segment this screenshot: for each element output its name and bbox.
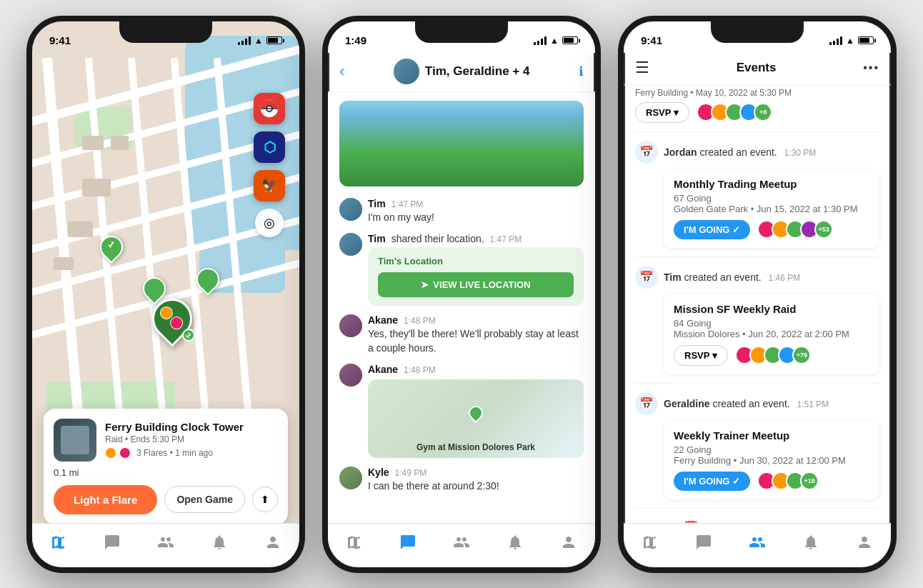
chat-content: ‹ Tim, Geraldine + 4 ℹ <box>328 53 595 567</box>
msg-text-5: I can be there at around 2:30! <box>368 479 584 494</box>
nav-chat-2[interactable] <box>399 534 416 551</box>
rsvp-button-2[interactable]: RSVP ▾ <box>674 345 728 366</box>
event-creator-2: 📅 Tim created an event. 1:46 PM <box>635 266 879 289</box>
event-going-1: 67 Going <box>674 193 869 204</box>
event-going-2: 84 Going <box>674 318 869 329</box>
battery-2 <box>562 36 578 44</box>
im-going-button-3[interactable]: I'M GOING ✓ <box>674 472 750 491</box>
more-button[interactable]: ••• <box>863 61 879 74</box>
bottom-nav-1 <box>32 523 299 567</box>
phone-notch-3 <box>711 21 804 43</box>
events-content: ☰ Events ••• Ferry Building • May 10, 20… <box>624 53 891 567</box>
back-button[interactable]: ‹ <box>339 62 344 81</box>
event-name-3: Weekly Trainer Meetup <box>674 429 869 442</box>
ingress-app-icon[interactable]: ⬡ <box>254 131 285 163</box>
light-flare-button[interactable]: Light a Flare <box>54 485 157 514</box>
signal-bars-2 <box>534 36 547 45</box>
map-label: Gym at Mission Dolores Park <box>368 442 584 452</box>
nav-map-1[interactable] <box>50 534 67 551</box>
tim-avatar-2 <box>339 233 362 256</box>
top-rsvp-button[interactable]: RSVP ▾ <box>635 102 689 123</box>
nav-people-3[interactable] <box>749 534 766 551</box>
msg-content-4: Akane 1:48 PM Gym at Mission Dolores Par… <box>368 364 584 458</box>
pokeball-app-icon[interactable] <box>254 93 285 124</box>
msg-time-2: 1:47 PM <box>490 234 522 244</box>
calendar-icon-3: 📅 <box>635 392 658 415</box>
raid-distance: 0.1 mi <box>54 467 278 478</box>
event-creator-1: 📅 Jordan created an event. 1:30 PM <box>635 141 879 164</box>
nav-profile-1[interactable] <box>264 534 281 551</box>
wifi-icon-2: ▲ <box>550 36 559 46</box>
event-item-2: 📅 Tim created an event. 1:46 PM Mission … <box>635 257 879 384</box>
phone-notch <box>119 21 212 43</box>
nav-map-2[interactable] <box>346 534 363 551</box>
event-actions-1: I'M GOING ✓ +53 <box>674 220 869 239</box>
nav-people-1[interactable] <box>157 534 174 551</box>
group-avatar <box>394 59 419 84</box>
battery-3 <box>858 36 874 44</box>
top-event-actions: RSVP ▾ +8 <box>635 102 879 123</box>
wbwf-app-icon[interactable]: 🦅 <box>254 170 285 201</box>
bottom-nav-2 <box>328 523 595 567</box>
phone-events: 9:41 ▲ ☰ Events ••• <box>618 16 897 573</box>
top-avatar-stack: +8 <box>697 103 772 121</box>
status-icons-1: ▲ <box>238 36 282 46</box>
top-event-location: Ferry Building • May 10, 2022 at 5:30 PM <box>635 88 879 98</box>
event-location-2: Mission Dolores • Jun 20, 2022 at 2:00 P… <box>674 329 869 339</box>
wifi-icon-3: ▲ <box>846 36 854 46</box>
event-name-1: Monthly Trading Meetup <box>674 178 869 190</box>
nav-profile-2[interactable] <box>560 534 577 551</box>
phone-screen-map: 9:41 ▲ <box>32 21 299 567</box>
top-event-item: Ferry Building • May 10, 2022 at 5:30 PM… <box>635 85 879 132</box>
nav-bell-1[interactable] <box>211 534 228 551</box>
message-row-2: Tim shared their location. 1:47 PM Tim's… <box>339 233 584 306</box>
map-pin-3[interactable] <box>196 268 219 291</box>
raid-thumbnail <box>54 419 96 462</box>
menu-button[interactable]: ☰ <box>635 59 649 77</box>
akane-avatar-2 <box>339 364 362 387</box>
nav-chat-3[interactable] <box>695 534 712 551</box>
info-button[interactable]: ℹ <box>579 64 584 79</box>
avatar-stack-3: +18 <box>757 472 819 490</box>
akane-avatar-1 <box>339 314 362 337</box>
open-game-button[interactable]: Open Game <box>164 486 245 513</box>
share-button[interactable]: ⬆ <box>252 487 278 512</box>
msg-sender-4: Akane <box>368 364 398 375</box>
event-name-2: Mission SF Weekly Raid <box>674 303 869 315</box>
message-row-5: Kyle 1:49 PM I can be there at around 2:… <box>339 467 584 494</box>
im-going-button-1[interactable]: I'M GOING ✓ <box>674 220 750 239</box>
nav-profile-3[interactable] <box>856 534 873 551</box>
msg-time-4: 1:48 PM <box>404 365 436 375</box>
event-actions-2: RSVP ▾ +79 <box>674 345 869 366</box>
nav-people-2[interactable] <box>453 534 470 551</box>
msg-content-5: Kyle 1:49 PM I can be there at around 2:… <box>368 467 584 494</box>
nav-chat-1[interactable] <box>104 534 121 551</box>
calendar-icon-1: 📅 <box>635 141 658 164</box>
status-time-2: 1:49 <box>345 34 366 46</box>
chat-title: Tim, Geraldine + 4 <box>425 64 530 79</box>
events-list: Ferry Building • May 10, 2022 at 5:30 PM… <box>624 85 891 567</box>
events-title: Events <box>649 61 863 75</box>
player-cluster-pin[interactable]: 3 <box>152 299 192 339</box>
nav-map-3[interactable] <box>642 534 659 551</box>
msg-text-3: Yes, they'll be there! We'll probably st… <box>368 327 584 355</box>
avatar-stack-1: +53 <box>757 220 833 239</box>
msg-sender-5: Kyle <box>368 467 389 478</box>
message-row-3: Akane 1:48 PM Yes, they'll be there! We'… <box>339 314 584 355</box>
map-pin-1[interactable]: 1 <box>100 236 123 259</box>
compass-icon[interactable]: ◎ <box>255 209 284 237</box>
msg-time-3: 1:48 PM <box>404 316 436 326</box>
battery-1 <box>266 36 282 44</box>
msg-sender-3: Akane <box>368 314 398 326</box>
kyle-avatar <box>339 467 362 489</box>
event-card-1: Monthly Trading Meetup 67 Going Golden G… <box>664 169 879 248</box>
top-avatar-count: +8 <box>754 103 772 121</box>
msg-content-2: Tim shared their location. 1:47 PM Tim's… <box>368 233 584 306</box>
nav-bell-2[interactable] <box>507 534 524 551</box>
map-thumbnail[interactable]: Gym at Mission Dolores Park <box>368 379 584 458</box>
nav-bell-3[interactable] <box>802 534 819 551</box>
view-location-button[interactable]: ➤ VIEW LIVE LOCATION <box>378 272 574 297</box>
avatar-count-3: +18 <box>800 472 819 490</box>
map-pin-2[interactable] <box>143 277 166 300</box>
phone-screen-events: 9:41 ▲ ☰ Events ••• <box>624 21 891 567</box>
